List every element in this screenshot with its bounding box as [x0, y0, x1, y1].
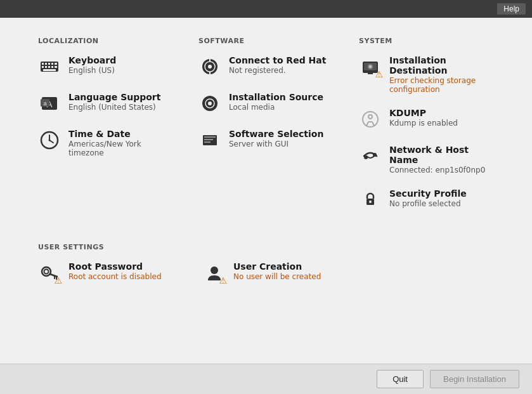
- keyboard-text: Keyboard English (US): [68, 55, 116, 75]
- software-section: SOFTWARE Connect to Red Hat Not register…: [198, 37, 334, 225]
- installation-destination-sub: Error checking storage configuration: [389, 76, 494, 94]
- source-icon: [198, 92, 221, 115]
- language-support-text: Language Support English (United States): [68, 92, 160, 112]
- software-selection-item[interactable]: Software Selection Server with GUI: [198, 129, 334, 152]
- svg-point-46: [42, 267, 51, 276]
- user-creation-sub: No user will be created: [233, 272, 321, 281]
- bottom-bar: Quit Begin Installation: [0, 364, 532, 394]
- quit-button[interactable]: Quit: [377, 370, 424, 388]
- svg-rect-7: [45, 66, 47, 68]
- installation-source-text: Installation Source Local media: [229, 92, 323, 112]
- security-profile-label: Security Profile: [389, 188, 467, 199]
- svg-line-39: [367, 122, 368, 126]
- network-hostname-item[interactable]: Network & Host Name Connected: enp1s0f0n…: [359, 145, 494, 174]
- key-icon: ⚠: [38, 261, 61, 284]
- keyboard-label: Keyboard: [68, 55, 116, 65]
- begin-installation-button[interactable]: Begin Installation: [430, 370, 519, 388]
- svg-rect-6: [42, 66, 44, 68]
- svg-rect-36: [368, 73, 373, 74]
- kdump-icon: [359, 108, 382, 131]
- language-support-label: Language Support: [68, 92, 160, 102]
- network-hostname-text: Network & Host Name Connected: enp1s0f0n…: [389, 145, 494, 174]
- installation-destination-item[interactable]: ⚠ Installation Destination Error checkin…: [359, 55, 494, 94]
- user-creation-label: User Creation: [233, 261, 321, 272]
- sections-container: LOCALIZATION: [38, 37, 494, 225]
- network-icon: [359, 145, 382, 167]
- system-title: SYSTEM: [359, 37, 494, 45]
- main-content: LOCALIZATION: [0, 18, 532, 373]
- top-bar: Help: [0, 0, 532, 18]
- security-icon: [359, 188, 382, 211]
- user-settings-section: USER SETTINGS ⚠ Root Password Root a: [38, 243, 494, 298]
- connect-redhat-item[interactable]: Connect to Red Hat Not registered.: [198, 55, 334, 78]
- root-password-sub: Root account is disabled: [68, 272, 162, 281]
- root-password-item[interactable]: ⚠ Root Password Root account is disabled: [38, 261, 178, 284]
- svg-rect-4: [51, 63, 53, 65]
- svg-point-35: [369, 65, 372, 68]
- svg-point-38: [368, 115, 372, 119]
- language-support-sub: English (United States): [68, 103, 160, 112]
- clock-icon: [38, 129, 61, 152]
- software-selection-text: Software Selection Server with GUI: [229, 129, 323, 148]
- software-title: SOFTWARE: [198, 37, 334, 45]
- language-support-item[interactable]: A a Language Support English (United Sta…: [38, 92, 173, 115]
- installation-source-item[interactable]: Installation Source Local media: [198, 92, 334, 115]
- svg-rect-5: [55, 63, 57, 65]
- svg-rect-10: [55, 66, 57, 68]
- kdump-item[interactable]: KDUMP Kdump is enabled: [359, 108, 494, 131]
- kdump-label: KDUMP: [389, 108, 458, 118]
- security-profile-sub: No profile selected: [389, 199, 467, 208]
- software-icon: [198, 129, 221, 152]
- keyboard-sub: English (US): [68, 66, 116, 75]
- help-button[interactable]: Help: [497, 3, 526, 15]
- svg-rect-11: [43, 69, 56, 71]
- time-date-item[interactable]: Time & Date Americas/New York timezone: [38, 129, 173, 157]
- time-date-text: Time & Date Americas/New York timezone: [68, 129, 173, 157]
- svg-rect-31: [204, 141, 211, 143]
- svg-point-27: [208, 102, 212, 105]
- kdump-sub: Kdump is enabled: [389, 119, 458, 128]
- network-hostname-sub: Connected: enp1s0f0np0: [389, 166, 494, 174]
- svg-point-19: [49, 140, 51, 141]
- kdump-text: KDUMP Kdump is enabled: [389, 108, 458, 128]
- installation-source-sub: Local media: [229, 103, 323, 112]
- svg-text:a: a: [43, 100, 46, 107]
- svg-point-42: [373, 153, 377, 157]
- svg-rect-3: [48, 63, 50, 65]
- svg-point-22: [208, 65, 212, 69]
- user-creation-item[interactable]: ⚠ User Creation No user will be created: [203, 261, 342, 284]
- root-password-label: Root Password: [68, 261, 162, 272]
- connect-redhat-label: Connect to Red Hat: [229, 55, 326, 65]
- user-settings-title: USER SETTINGS: [38, 243, 494, 251]
- software-selection-label: Software Selection: [229, 129, 323, 139]
- user-creation-text: User Creation No user will be created: [233, 261, 321, 281]
- svg-point-51: [211, 266, 218, 274]
- software-selection-sub: Server with GUI: [229, 140, 323, 148]
- network-hostname-label: Network & Host Name: [389, 145, 494, 165]
- svg-rect-1: [42, 63, 44, 65]
- connect-redhat-text: Connect to Red Hat Not registered.: [229, 55, 326, 75]
- svg-line-40: [372, 122, 374, 126]
- root-password-text: Root Password Root account is disabled: [68, 261, 162, 281]
- redhat-icon: [198, 55, 221, 78]
- time-date-sub: Americas/New York timezone: [68, 140, 173, 157]
- svg-rect-9: [51, 66, 53, 68]
- connect-redhat-sub: Not registered.: [229, 66, 326, 75]
- svg-point-45: [369, 200, 372, 203]
- destination-icon: ⚠: [359, 55, 382, 78]
- installation-destination-text: Installation Destination Error checking …: [389, 55, 494, 94]
- installation-destination-label: Installation Destination: [389, 55, 494, 76]
- security-profile-text: Security Profile No profile selected: [389, 188, 467, 208]
- svg-rect-8: [48, 66, 50, 68]
- security-profile-item[interactable]: Security Profile No profile selected: [359, 188, 494, 211]
- installation-source-label: Installation Source: [229, 92, 323, 102]
- language-icon: A a: [38, 92, 61, 115]
- system-section: SYSTEM ⚠ Installation Destination Error …: [359, 37, 494, 225]
- keyboard-item[interactable]: Keyboard English (US): [38, 55, 173, 78]
- svg-point-47: [44, 270, 49, 274]
- localization-section: LOCALIZATION: [38, 37, 173, 225]
- keyboard-icon: [38, 55, 61, 78]
- svg-rect-29: [204, 136, 216, 138]
- localization-title: LOCALIZATION: [38, 37, 173, 45]
- svg-rect-2: [45, 63, 47, 65]
